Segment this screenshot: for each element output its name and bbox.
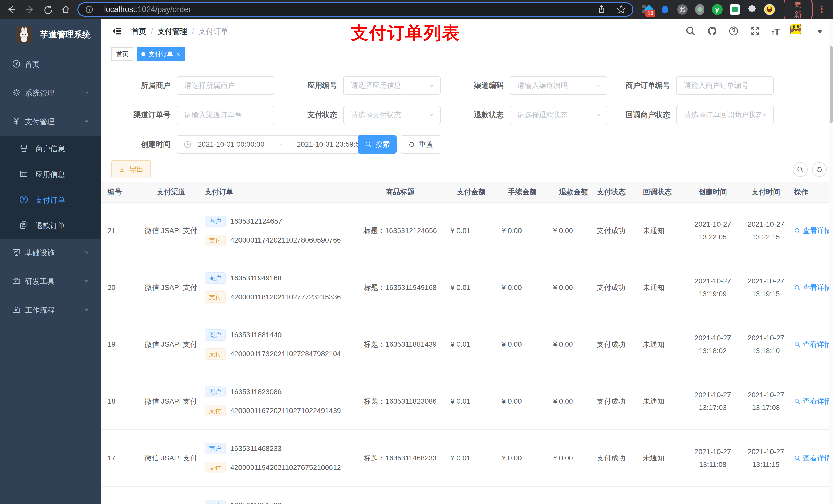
breadcrumb: 首页 / 支付管理 / 支付订单 bbox=[132, 26, 228, 37]
col-pay-status: 支付状态 bbox=[597, 182, 643, 202]
sidebar-item-workflow[interactable]: 工作流程 bbox=[0, 296, 101, 325]
chevron-down-icon bbox=[83, 278, 90, 286]
merchant-order-no-input[interactable] bbox=[676, 76, 774, 95]
tag-pay-order[interactable]: 支付订单 × bbox=[137, 47, 185, 61]
channel-order-no-input[interactable] bbox=[177, 106, 274, 124]
breadcrumb-current: 支付订单 bbox=[198, 26, 228, 37]
browser-profile-avatar[interactable] bbox=[764, 4, 775, 15]
tag-home[interactable]: 首页 bbox=[112, 47, 134, 61]
sidebar-item-infrastructure[interactable]: 基础设施 bbox=[0, 239, 101, 267]
pay-amount: ¥ 0.01 bbox=[450, 316, 501, 373]
avatar-dropdown-caret[interactable] bbox=[817, 30, 823, 33]
create-time: 2021-10-2713:18:02 bbox=[685, 316, 740, 373]
extension-icon-4[interactable] bbox=[694, 4, 705, 15]
refresh-button[interactable] bbox=[812, 162, 827, 177]
sidebar-item-payment[interactable]: 支付管理 bbox=[0, 107, 101, 136]
extension-icon-1[interactable]: 10 bbox=[642, 4, 653, 15]
address-bar[interactable]: localhost:1024/pay/order bbox=[77, 2, 634, 17]
table-row: 20 微信 JSAPI 支付 商户1635311949168 支付4200001… bbox=[101, 259, 833, 316]
channel-code-select[interactable]: 请输入渠道编码 bbox=[510, 76, 607, 95]
scrollbar-thumb[interactable] bbox=[830, 46, 833, 123]
reload-button[interactable] bbox=[43, 4, 53, 15]
sidebar-fold-icon[interactable] bbox=[112, 26, 122, 38]
view-details-link[interactable]: 查看详情 bbox=[794, 397, 831, 406]
fee-amount: ¥ 0.00 bbox=[501, 373, 552, 430]
grid-icon bbox=[19, 169, 35, 180]
merchant-order-no: 1635311468233 bbox=[230, 445, 282, 453]
pay-channel: 微信 JSAPI 支付 bbox=[138, 373, 204, 430]
refund-amount: ¥ 0.00 bbox=[552, 316, 597, 373]
fullscreen-icon[interactable] bbox=[750, 26, 761, 38]
user-avatar[interactable] bbox=[790, 24, 806, 40]
url-host: localhost bbox=[104, 5, 135, 14]
sidebar-item-pay-order[interactable]: 支付订单 bbox=[0, 188, 101, 213]
notify-status-select[interactable]: 请选择订单回调商户状态 bbox=[676, 106, 774, 124]
back-button[interactable] bbox=[7, 4, 17, 15]
pay-time: 2021-10-2713:11:15 bbox=[740, 430, 791, 486]
sidebar-item-home[interactable]: 首页 bbox=[0, 50, 101, 79]
home-button[interactable] bbox=[61, 4, 71, 15]
sidebar-item-dev-tools[interactable]: 研发工具 bbox=[0, 267, 101, 296]
font-size-icon[interactable]: тT bbox=[771, 27, 780, 37]
filter-refund-status: 退款状态 请选择退款状态 bbox=[433, 106, 607, 124]
app-logo[interactable]: 芋道管理系统 bbox=[0, 19, 101, 50]
sidebar: 芋道管理系统 首页 系统管理 支付管理 商户信息 应用信息 bbox=[0, 19, 101, 504]
merchant-input[interactable] bbox=[177, 76, 274, 95]
view-details-link[interactable]: 查看详情 bbox=[794, 283, 831, 292]
yen-icon bbox=[12, 117, 25, 127]
search-icon[interactable] bbox=[685, 26, 696, 38]
sidebar-item-refund-order[interactable]: 退款订单 bbox=[0, 213, 101, 239]
export-button[interactable]: 导出 bbox=[112, 160, 151, 178]
filter-merchant: 所属商户 bbox=[101, 76, 274, 95]
extension-icon-5[interactable]: y bbox=[712, 4, 722, 15]
col-order: 支付订单 bbox=[204, 182, 351, 202]
view-details-link[interactable]: 查看详情 bbox=[794, 340, 831, 349]
browser-chrome: localhost:1024/pay/order 10 ⌘ y 更新 ⋮ bbox=[0, 0, 833, 19]
merchant-tag: 商户 bbox=[205, 500, 226, 504]
merchant-tag: 商户 bbox=[205, 272, 226, 284]
filter-channel-code: 渠道编码 请输入渠道编码 bbox=[433, 76, 607, 95]
date-end: 2021-10-31 23:59:59 bbox=[297, 140, 363, 148]
sidebar-item-system[interactable]: 系统管理 bbox=[0, 79, 101, 107]
gear-icon bbox=[12, 88, 25, 99]
document-icon bbox=[19, 220, 35, 232]
breadcrumb-section: 支付管理 bbox=[158, 26, 187, 37]
view-details-link[interactable]: 查看详情 bbox=[794, 453, 831, 463]
date-range-picker[interactable]: 2021-10-01 00:00:00 - 2021-10-31 23:59:5… bbox=[177, 135, 370, 154]
fee-amount: ¥ 0.00 bbox=[501, 316, 552, 373]
briefcase-icon bbox=[12, 305, 25, 316]
extension-icon-3[interactable]: ⌘ bbox=[677, 4, 688, 15]
view-details-link[interactable]: 查看详情 bbox=[794, 226, 831, 236]
refresh-icon bbox=[408, 141, 415, 148]
col-fee: 手续金额 bbox=[501, 182, 552, 202]
extension-icon-2[interactable] bbox=[660, 4, 670, 15]
share-icon[interactable] bbox=[597, 4, 606, 15]
sidebar-item-app-info[interactable]: 应用信息 bbox=[0, 162, 101, 188]
col-channel: 支付渠道 bbox=[138, 182, 204, 202]
refund-amount: ¥ 0.00 bbox=[552, 373, 597, 430]
toggle-search-button[interactable] bbox=[793, 162, 808, 177]
extensions-puzzle-icon[interactable] bbox=[747, 4, 757, 15]
help-icon[interactable] bbox=[728, 26, 739, 38]
page-scrollbar[interactable] bbox=[829, 19, 833, 504]
extension-icon-6[interactable] bbox=[729, 4, 740, 15]
col-actions: 操作 bbox=[791, 182, 833, 202]
bookmark-star-icon[interactable] bbox=[617, 4, 626, 15]
app-select[interactable]: 请选择应用信息 bbox=[343, 76, 441, 95]
search-button[interactable]: 搜索 bbox=[358, 135, 397, 154]
browser-menu-icon[interactable]: ⋮ bbox=[817, 4, 826, 15]
breadcrumb-home[interactable]: 首页 bbox=[132, 26, 146, 37]
pay-order-cell: 商户1635312124657 支付4200001174202110278060… bbox=[204, 202, 351, 259]
fee-amount: ¥ 0.00 bbox=[501, 202, 552, 259]
github-icon[interactable] bbox=[707, 26, 717, 38]
close-icon[interactable]: × bbox=[176, 51, 180, 57]
site-info-icon bbox=[85, 5, 94, 14]
pay-status-select[interactable]: 请选择支付状态 bbox=[343, 106, 441, 124]
table-header-row: 编号 支付渠道 支付订单 商品标题 支付金额 手续金额 退款金额 支付状态 回调… bbox=[101, 182, 833, 202]
reset-button[interactable]: 重置 bbox=[401, 135, 440, 154]
create-time: 2021-10-2713:11:08 bbox=[685, 430, 740, 486]
sidebar-item-merchant-info[interactable]: 商户信息 bbox=[0, 136, 101, 162]
refund-amount: ¥ 0.00 bbox=[552, 202, 597, 259]
refund-status-select[interactable]: 请选择退款状态 bbox=[510, 106, 607, 124]
forward-button[interactable] bbox=[25, 4, 35, 15]
